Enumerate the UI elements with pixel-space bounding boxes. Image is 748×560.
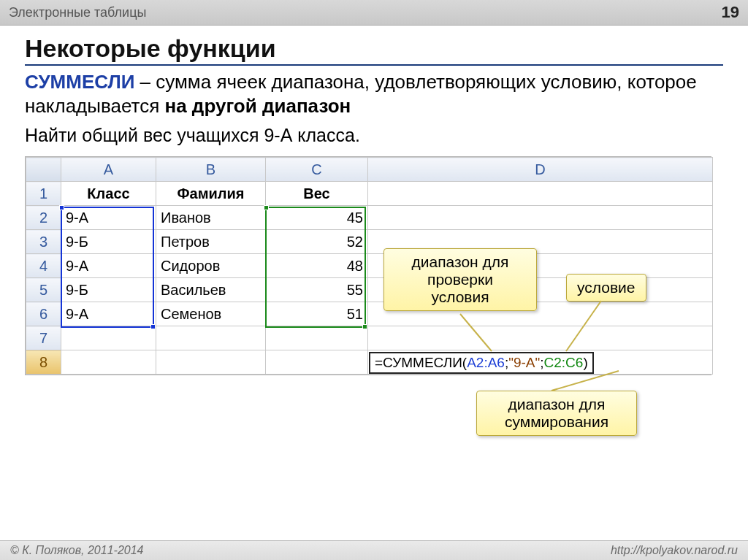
cell[interactable]: 9-А: [61, 206, 156, 230]
callout-text: диапазон для проверки условия: [412, 253, 509, 305]
spreadsheet: A B C D 1 Класс Фамилия Вес 2 9-А Иванов…: [25, 156, 711, 375]
callout-range-sum: диапазон для суммирования: [476, 391, 637, 436]
callout-text: диапазон для суммирования: [505, 396, 608, 430]
cell[interactable]: 9-А: [61, 302, 156, 326]
formula-cell[interactable]: =СУММЕСЛИ(A2:A6;"9-А";C2:C6): [369, 352, 594, 374]
cell[interactable]: [61, 326, 156, 350]
cell[interactable]: Иванов: [156, 206, 266, 230]
formula-suffix: ): [583, 355, 587, 370]
formula-arg2: "9-А": [508, 355, 540, 370]
select-all-corner[interactable]: [26, 158, 61, 182]
cell[interactable]: [156, 350, 266, 375]
callout-range-check: диапазон для проверки условия: [383, 248, 537, 311]
row-header[interactable]: 2: [26, 206, 61, 230]
intro-paragraph: СУММЕСЛИ – сумма ячеек диапазона, удовле…: [25, 70, 723, 118]
table-row: 2 9-А Иванов 45: [26, 206, 713, 230]
subject-label: Электронные таблицы: [9, 5, 146, 20]
cell[interactable]: [266, 326, 368, 350]
function-name: СУММЕСЛИ: [25, 71, 134, 93]
row-header[interactable]: 3: [26, 230, 61, 254]
col-header-a[interactable]: A: [61, 158, 156, 182]
cell[interactable]: Петров: [156, 230, 266, 254]
row-header[interactable]: 1: [26, 182, 61, 206]
intro-bold: на другой диапазон: [164, 95, 351, 117]
footer-url: http://kpolyakov.narod.ru: [611, 544, 738, 557]
cell[interactable]: [368, 182, 713, 206]
callout-condition: условие: [566, 274, 646, 302]
cell[interactable]: [368, 206, 713, 230]
formula-prefix: =СУММЕСЛИ(: [375, 355, 467, 370]
cell[interactable]: 55: [266, 278, 368, 302]
cell[interactable]: 51: [266, 302, 368, 326]
col-header-d[interactable]: D: [368, 158, 713, 182]
cell[interactable]: [368, 326, 713, 350]
column-header-row: A B C D: [26, 158, 713, 182]
slide-title: Некоторые функции: [25, 34, 723, 66]
row-header[interactable]: 8: [26, 350, 61, 375]
task-text: Найти общий вес учащихся 9-А класса.: [25, 125, 723, 146]
row-header[interactable]: 4: [26, 254, 61, 278]
row-header[interactable]: 6: [26, 302, 61, 326]
formula-arg3: C2:C6: [544, 355, 584, 370]
row-header[interactable]: 7: [26, 326, 61, 350]
cell[interactable]: 9-Б: [61, 230, 156, 254]
cell[interactable]: Фамилия: [156, 182, 266, 206]
cell[interactable]: 48: [266, 254, 368, 278]
slide-footer: © К. Поляков, 2011-2014 http://kpolyakov…: [0, 540, 748, 560]
cell[interactable]: 9-А: [61, 254, 156, 278]
page-number: 19: [722, 3, 739, 22]
cell[interactable]: 52: [266, 230, 368, 254]
slide-content: Некоторые функции СУММЕСЛИ – сумма ячеек…: [0, 26, 748, 381]
table-row: 7: [26, 326, 713, 350]
cell[interactable]: 9-Б: [61, 278, 156, 302]
cell[interactable]: [266, 350, 368, 375]
row-header[interactable]: 5: [26, 278, 61, 302]
slide-header: Электронные таблицы 19: [0, 0, 748, 26]
callout-text: условие: [577, 279, 636, 296]
table-row: 6 9-А Семенов 51: [26, 302, 713, 326]
formula-arg1: A2:A6: [467, 355, 505, 370]
col-header-b[interactable]: B: [156, 158, 266, 182]
sheet-table: A B C D 1 Класс Фамилия Вес 2 9-А Иванов…: [26, 157, 713, 375]
cell[interactable]: Сидоров: [156, 254, 266, 278]
footer-copyright: © К. Поляков, 2011-2014: [10, 544, 143, 557]
col-header-c[interactable]: C: [266, 158, 368, 182]
table-row: 3 9-Б Петров 52: [26, 230, 713, 254]
table-row: 1 Класс Фамилия Вес: [26, 182, 713, 206]
cell[interactable]: [61, 350, 156, 375]
cell[interactable]: [156, 326, 266, 350]
cell[interactable]: Вес: [266, 182, 368, 206]
cell[interactable]: Класс: [61, 182, 156, 206]
cell[interactable]: 45: [266, 206, 368, 230]
cell[interactable]: Семенов: [156, 302, 266, 326]
cell[interactable]: Васильев: [156, 278, 266, 302]
